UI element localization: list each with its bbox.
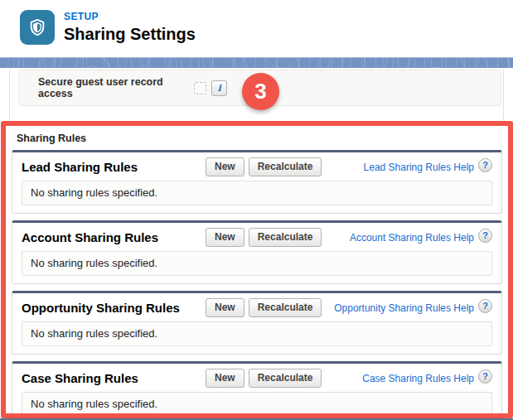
recalculate-button[interactable]: Recalculate: [249, 298, 322, 317]
info-icon-button[interactable]: i: [211, 80, 227, 96]
section-title: Opportunity Sharing Rules: [22, 301, 206, 315]
shield-icon: [27, 17, 48, 38]
help-link[interactable]: Account Sharing Rules Help: [350, 232, 474, 244]
sharing-rules-label: Sharing Rules: [17, 133, 508, 144]
annotation-box: Sharing Rules Lead Sharing Rules New Rec…: [1, 121, 513, 418]
sharing-section-case: Case Sharing Rules New Recalculate Case …: [12, 361, 502, 418]
section-title: Account Sharing Rules: [22, 230, 206, 244]
help-icon[interactable]: ?: [478, 369, 492, 384]
sharing-section-opportunity: Opportunity Sharing Rules New Recalculat…: [12, 291, 502, 355]
empty-message: No sharing rules specified.: [22, 321, 492, 346]
new-button[interactable]: New: [206, 298, 244, 317]
recalculate-button[interactable]: Recalculate: [249, 157, 322, 176]
new-button[interactable]: New: [206, 157, 244, 176]
setup-header: SETUP Sharing Settings: [0, 0, 513, 57]
setup-eyebrow: SETUP: [64, 11, 196, 22]
annotation-badge: 3: [242, 73, 279, 110]
section-title: Case Sharing Rules: [22, 371, 206, 385]
empty-message: No sharing rules specified.: [22, 181, 492, 205]
empty-message: No sharing rules specified.: [22, 392, 492, 417]
help-link[interactable]: Case Sharing Rules Help: [362, 373, 474, 384]
secure-guest-checkbox[interactable]: [194, 82, 206, 94]
help-icon[interactable]: ?: [478, 229, 492, 243]
help-link[interactable]: Opportunity Sharing Rules Help: [334, 302, 474, 314]
sharing-section-lead: Lead Sharing Rules New Recalculate Lead …: [12, 150, 502, 214]
help-link[interactable]: Lead Sharing Rules Help: [364, 162, 474, 173]
empty-message: No sharing rules specified.: [22, 251, 492, 276]
help-icon[interactable]: ?: [478, 299, 492, 313]
new-button[interactable]: New: [206, 228, 244, 247]
sharing-settings-icon: [20, 10, 55, 45]
info-icon: i: [217, 84, 220, 93]
new-button[interactable]: New: [206, 369, 244, 388]
secure-guest-label: Secure guest user record access: [38, 76, 194, 99]
header-band: [0, 57, 513, 68]
recalculate-button[interactable]: Recalculate: [249, 369, 322, 388]
page-title: Sharing Settings: [64, 24, 196, 44]
sharing-section-account: Account Sharing Rules New Recalculate Ac…: [12, 220, 502, 284]
help-icon[interactable]: ?: [478, 158, 492, 172]
section-title: Lead Sharing Rules: [22, 160, 206, 174]
recalculate-button[interactable]: Recalculate: [249, 228, 322, 247]
